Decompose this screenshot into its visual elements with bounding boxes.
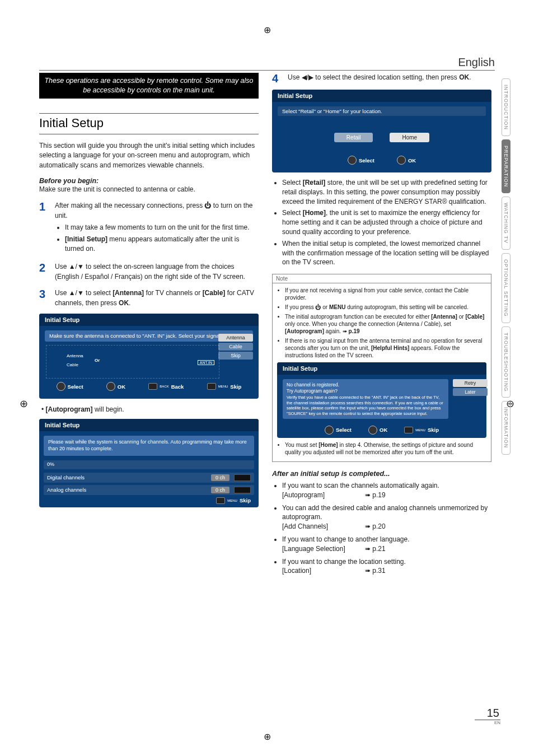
step-3-d: . [129, 299, 130, 307]
after-item-location: If you want to change the location setti… [282, 557, 491, 576]
location-bullet-retail: Select [Retail] store, the unit will be … [282, 178, 491, 206]
tv3-footer-select: Select [359, 157, 374, 164]
step-3-b: for TV channels or [144, 289, 203, 297]
ok-button-icon [106, 382, 115, 391]
after-3-page: ➠ p.31 [365, 566, 386, 576]
tv3-title: Initial Setup [272, 90, 491, 102]
location-bullet-completed: When the initial setup is completed, the… [282, 239, 491, 267]
after-0-text: If you want to scan the channels automat… [282, 482, 439, 489]
diag-antenna-label: Antenna [67, 353, 83, 358]
tv2-digital-preview [234, 474, 251, 481]
step-number-2: 2 [39, 262, 49, 273]
after-3-label: [Location] [282, 566, 360, 576]
registration-mark-top: ⊕ [264, 25, 271, 35]
tab-watching-tv: WATCHING TV [502, 197, 510, 250]
ok-button-icon [397, 156, 406, 165]
after-2-text: If you want to change to another languag… [282, 535, 410, 543]
step-1-body: After making all the necessary connectio… [55, 201, 259, 255]
tv4-body: Verify that you have a cable connected t… [287, 395, 444, 416]
tv2-menu-sup: MENU [227, 499, 237, 502]
ok-button-icon [368, 426, 377, 435]
before-you-begin-text: Make sure the unit is connected to anten… [39, 185, 259, 194]
page-number: 15 EN [475, 707, 500, 725]
after-0-page: ➠ p.19 [365, 491, 386, 500]
tv1-footer-back: Back [171, 384, 184, 390]
tv1-option-cable: Cable [218, 343, 253, 351]
step-3-body: Use ▲/▼ to select [Antenna] for TV chann… [55, 288, 259, 308]
note-item-4: If there is no signal input from the ant… [285, 337, 486, 359]
nav-ring-icon [348, 156, 357, 165]
tv-screen-antenna-select: Initial Setup Make sure the antenna is c… [39, 314, 259, 399]
step-4-b: . [469, 73, 471, 81]
after-1-page: ➠ p.20 [365, 522, 386, 531]
tv4-menu-sup: MENU [415, 428, 425, 432]
step-1-text-a: After making all the necessary connectio… [55, 202, 204, 209]
after-item-language: If you want to change to another languag… [282, 535, 491, 554]
diag-or-label: Or [95, 358, 100, 363]
note-item-1: If you are not receiving a signal from y… [285, 287, 486, 301]
tv-screen-scanning: Initial Setup Please wait while the syst… [39, 419, 259, 507]
diag-antin-label: ANT.IN [198, 360, 214, 365]
step-1-bullet-2: [Initial Setup] menu appears automatical… [65, 235, 259, 254]
tv4-option-later: Later [453, 388, 488, 396]
tv1-menu-sup: MENU [218, 385, 228, 388]
tv2-row-analog: Analog channels 0 ch [44, 485, 254, 495]
tv1-footer-select: Select [68, 384, 83, 390]
location-bullet-home: Select [Home], the unit is set to maximi… [282, 208, 491, 236]
tv2-message: Please wait while the system is scanning… [44, 436, 254, 455]
after-3-text: If you want to change the location setti… [282, 558, 406, 566]
step-4-body: Use ◀/▶ to select the desired location s… [288, 73, 491, 82]
step-number-3: 3 [39, 288, 49, 300]
step-3-a: Use ▲/▼ to select [55, 289, 113, 297]
menu-button-icon [216, 497, 225, 504]
registration-mark-left: ⊕ [20, 398, 28, 410]
after-item-add-channels: You can add the desired cable and analog… [282, 503, 491, 531]
tv3-footer-ok: OK [408, 157, 416, 164]
tv2-analog-count: 0 ch [211, 487, 229, 493]
page-number-value: 15 [475, 707, 500, 720]
note-item-3: The initial autoprogram function can be … [285, 313, 486, 335]
after-0-label: [Autoprogram] [282, 491, 360, 500]
tv2-progress-bar: 0% [44, 460, 254, 469]
step-number-1: 1 [39, 201, 49, 212]
tab-optional-setting: OPTIONAL SETTING [502, 253, 510, 323]
tv1-back-sup: BACK [160, 385, 168, 388]
tv2-analog-label: Analog channels [47, 487, 207, 493]
note-item-2: If you press ⏻ or MENU during autoprogra… [285, 304, 486, 311]
tv2-row-digital: Digital channels 0 ch [44, 473, 254, 483]
tv-screen-location: Initial Setup Select "Retail" or "Home" … [272, 90, 491, 172]
tab-troubleshooting: TROUBLESHOOTING [502, 326, 510, 398]
after-2-label: [Language Selection] [282, 544, 360, 554]
tv2-digital-count: 0 ch [211, 474, 229, 481]
power-icon: ⏻ [315, 304, 321, 310]
power-icon: ⏻ [204, 202, 211, 209]
tv4-title: Initial Setup [277, 362, 486, 375]
after-setup-heading: After an initial setup is completed... [272, 470, 491, 478]
tv3-option-retail: Retail [334, 133, 373, 142]
menu-button-icon [207, 383, 216, 390]
before-you-begin-heading: Before you begin: [39, 177, 259, 185]
menu-button-icon [404, 427, 413, 433]
tv1-footer-ok: OK [118, 384, 125, 390]
nav-ring-icon [57, 382, 65, 391]
step-4-a: Use ◀/▶ to select the desired location s… [288, 73, 459, 81]
page-number-en: EN [475, 720, 500, 725]
tv4-footer-skip: Skip [428, 427, 439, 433]
tv4-footer-select: Select [336, 427, 352, 433]
tv-screen-no-channel: Initial Setup No channel is registered. … [277, 362, 486, 438]
tab-introduction: INTRODUCTION [502, 78, 510, 136]
after-2-page: ➠ p.21 [365, 544, 386, 554]
back-button-icon [148, 383, 157, 390]
after-1-label: [Add Channels] [282, 522, 360, 531]
step-1-bullet-1: It may take a few moments to turn on the… [65, 223, 259, 232]
tv4-option-retry: Retry [453, 379, 488, 387]
section-tabs: INTRODUCTION PREPARATION WATCHING TV OPT… [502, 78, 510, 455]
tv3-option-home: Home [390, 133, 429, 142]
tv1-title: Initial Setup [39, 314, 259, 326]
tv4-msg-1: No channel is registered. [287, 382, 444, 388]
tv2-percent: 0% [47, 461, 54, 467]
section-title: Initial Setup [39, 116, 259, 130]
autoprogram-begin-note: • [Autoprogram] will begin. [41, 405, 259, 413]
language-header: English [39, 56, 506, 69]
step-number-4: 4 [272, 73, 282, 84]
